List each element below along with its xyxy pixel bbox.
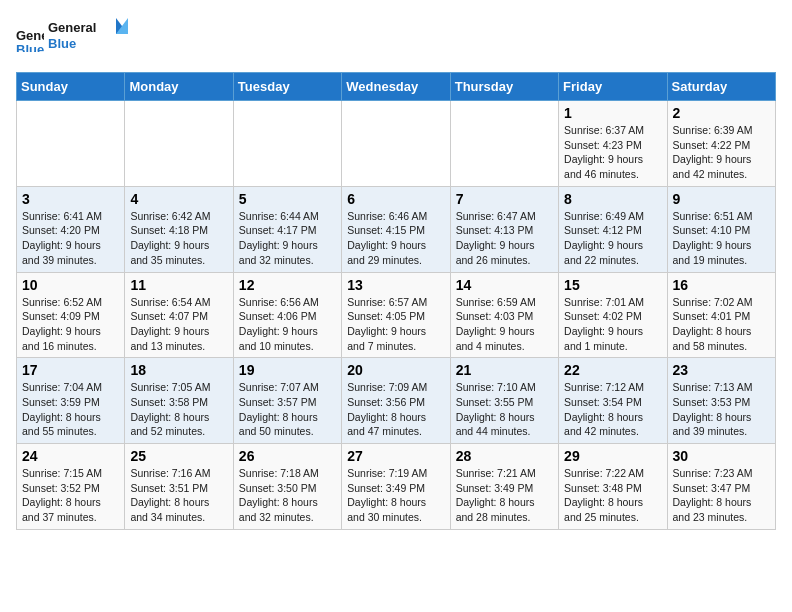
day-number: 10 xyxy=(22,277,119,293)
day-info: Sunrise: 6:39 AM Sunset: 4:22 PM Dayligh… xyxy=(673,123,770,182)
calendar-day: 20Sunrise: 7:09 AM Sunset: 3:56 PM Dayli… xyxy=(342,358,450,444)
day-number: 28 xyxy=(456,448,553,464)
calendar-day: 30Sunrise: 7:23 AM Sunset: 3:47 PM Dayli… xyxy=(667,444,775,530)
day-number: 29 xyxy=(564,448,661,464)
calendar-day xyxy=(342,101,450,187)
day-number: 13 xyxy=(347,277,444,293)
day-info: Sunrise: 6:49 AM Sunset: 4:12 PM Dayligh… xyxy=(564,209,661,268)
calendar-day xyxy=(450,101,558,187)
day-number: 20 xyxy=(347,362,444,378)
calendar-day: 23Sunrise: 7:13 AM Sunset: 3:53 PM Dayli… xyxy=(667,358,775,444)
calendar-week-3: 10Sunrise: 6:52 AM Sunset: 4:09 PM Dayli… xyxy=(17,272,776,358)
calendar-day: 19Sunrise: 7:07 AM Sunset: 3:57 PM Dayli… xyxy=(233,358,341,444)
day-number: 6 xyxy=(347,191,444,207)
calendar-day: 9Sunrise: 6:51 AM Sunset: 4:10 PM Daylig… xyxy=(667,186,775,272)
weekday-header-tuesday: Tuesday xyxy=(233,73,341,101)
calendar-day: 3Sunrise: 6:41 AM Sunset: 4:20 PM Daylig… xyxy=(17,186,125,272)
day-info: Sunrise: 6:56 AM Sunset: 4:06 PM Dayligh… xyxy=(239,295,336,354)
calendar-day: 8Sunrise: 6:49 AM Sunset: 4:12 PM Daylig… xyxy=(559,186,667,272)
day-info: Sunrise: 6:41 AM Sunset: 4:20 PM Dayligh… xyxy=(22,209,119,268)
day-number: 1 xyxy=(564,105,661,121)
day-number: 14 xyxy=(456,277,553,293)
day-info: Sunrise: 7:22 AM Sunset: 3:48 PM Dayligh… xyxy=(564,466,661,525)
day-number: 4 xyxy=(130,191,227,207)
day-number: 22 xyxy=(564,362,661,378)
day-info: Sunrise: 6:37 AM Sunset: 4:23 PM Dayligh… xyxy=(564,123,661,182)
day-info: Sunrise: 6:47 AM Sunset: 4:13 PM Dayligh… xyxy=(456,209,553,268)
day-info: Sunrise: 7:01 AM Sunset: 4:02 PM Dayligh… xyxy=(564,295,661,354)
day-info: Sunrise: 7:19 AM Sunset: 3:49 PM Dayligh… xyxy=(347,466,444,525)
day-info: Sunrise: 7:18 AM Sunset: 3:50 PM Dayligh… xyxy=(239,466,336,525)
day-info: Sunrise: 7:15 AM Sunset: 3:52 PM Dayligh… xyxy=(22,466,119,525)
calendar-day: 7Sunrise: 6:47 AM Sunset: 4:13 PM Daylig… xyxy=(450,186,558,272)
calendar-day: 12Sunrise: 6:56 AM Sunset: 4:06 PM Dayli… xyxy=(233,272,341,358)
calendar-day: 17Sunrise: 7:04 AM Sunset: 3:59 PM Dayli… xyxy=(17,358,125,444)
calendar-day: 10Sunrise: 6:52 AM Sunset: 4:09 PM Dayli… xyxy=(17,272,125,358)
calendar-day: 14Sunrise: 6:59 AM Sunset: 4:03 PM Dayli… xyxy=(450,272,558,358)
day-number: 5 xyxy=(239,191,336,207)
calendar-week-1: 1Sunrise: 6:37 AM Sunset: 4:23 PM Daylig… xyxy=(17,101,776,187)
svg-text:General: General xyxy=(48,20,96,35)
calendar-week-2: 3Sunrise: 6:41 AM Sunset: 4:20 PM Daylig… xyxy=(17,186,776,272)
day-info: Sunrise: 6:44 AM Sunset: 4:17 PM Dayligh… xyxy=(239,209,336,268)
calendar-day: 21Sunrise: 7:10 AM Sunset: 3:55 PM Dayli… xyxy=(450,358,558,444)
calendar-table: SundayMondayTuesdayWednesdayThursdayFrid… xyxy=(16,72,776,530)
calendar-day: 18Sunrise: 7:05 AM Sunset: 3:58 PM Dayli… xyxy=(125,358,233,444)
day-number: 16 xyxy=(673,277,770,293)
calendar-day: 28Sunrise: 7:21 AM Sunset: 3:49 PM Dayli… xyxy=(450,444,558,530)
calendar-day: 2Sunrise: 6:39 AM Sunset: 4:22 PM Daylig… xyxy=(667,101,775,187)
day-info: Sunrise: 6:57 AM Sunset: 4:05 PM Dayligh… xyxy=(347,295,444,354)
day-info: Sunrise: 6:46 AM Sunset: 4:15 PM Dayligh… xyxy=(347,209,444,268)
calendar-day: 1Sunrise: 6:37 AM Sunset: 4:23 PM Daylig… xyxy=(559,101,667,187)
logo: General Blue General Blue xyxy=(16,16,138,60)
calendar-week-4: 17Sunrise: 7:04 AM Sunset: 3:59 PM Dayli… xyxy=(17,358,776,444)
day-info: Sunrise: 7:02 AM Sunset: 4:01 PM Dayligh… xyxy=(673,295,770,354)
weekday-header-sunday: Sunday xyxy=(17,73,125,101)
weekday-header-friday: Friday xyxy=(559,73,667,101)
calendar-day: 15Sunrise: 7:01 AM Sunset: 4:02 PM Dayli… xyxy=(559,272,667,358)
day-info: Sunrise: 7:07 AM Sunset: 3:57 PM Dayligh… xyxy=(239,380,336,439)
day-number: 9 xyxy=(673,191,770,207)
day-info: Sunrise: 7:10 AM Sunset: 3:55 PM Dayligh… xyxy=(456,380,553,439)
calendar-day: 11Sunrise: 6:54 AM Sunset: 4:07 PM Dayli… xyxy=(125,272,233,358)
day-number: 23 xyxy=(673,362,770,378)
day-info: Sunrise: 7:13 AM Sunset: 3:53 PM Dayligh… xyxy=(673,380,770,439)
day-number: 15 xyxy=(564,277,661,293)
svg-text:Blue: Blue xyxy=(16,42,44,52)
day-info: Sunrise: 7:16 AM Sunset: 3:51 PM Dayligh… xyxy=(130,466,227,525)
weekday-header-wednesday: Wednesday xyxy=(342,73,450,101)
day-number: 24 xyxy=(22,448,119,464)
day-number: 2 xyxy=(673,105,770,121)
day-info: Sunrise: 7:23 AM Sunset: 3:47 PM Dayligh… xyxy=(673,466,770,525)
calendar-day: 29Sunrise: 7:22 AM Sunset: 3:48 PM Dayli… xyxy=(559,444,667,530)
weekday-header-saturday: Saturday xyxy=(667,73,775,101)
day-info: Sunrise: 6:54 AM Sunset: 4:07 PM Dayligh… xyxy=(130,295,227,354)
calendar-day: 24Sunrise: 7:15 AM Sunset: 3:52 PM Dayli… xyxy=(17,444,125,530)
weekday-header-thursday: Thursday xyxy=(450,73,558,101)
day-number: 18 xyxy=(130,362,227,378)
day-number: 3 xyxy=(22,191,119,207)
day-info: Sunrise: 6:51 AM Sunset: 4:10 PM Dayligh… xyxy=(673,209,770,268)
day-info: Sunrise: 7:12 AM Sunset: 3:54 PM Dayligh… xyxy=(564,380,661,439)
day-number: 30 xyxy=(673,448,770,464)
day-info: Sunrise: 6:42 AM Sunset: 4:18 PM Dayligh… xyxy=(130,209,227,268)
day-number: 25 xyxy=(130,448,227,464)
calendar-day: 13Sunrise: 6:57 AM Sunset: 4:05 PM Dayli… xyxy=(342,272,450,358)
calendar-day: 27Sunrise: 7:19 AM Sunset: 3:49 PM Dayli… xyxy=(342,444,450,530)
calendar-day: 22Sunrise: 7:12 AM Sunset: 3:54 PM Dayli… xyxy=(559,358,667,444)
day-info: Sunrise: 7:21 AM Sunset: 3:49 PM Dayligh… xyxy=(456,466,553,525)
day-number: 17 xyxy=(22,362,119,378)
calendar-day: 25Sunrise: 7:16 AM Sunset: 3:51 PM Dayli… xyxy=(125,444,233,530)
calendar-day: 26Sunrise: 7:18 AM Sunset: 3:50 PM Dayli… xyxy=(233,444,341,530)
day-info: Sunrise: 6:52 AM Sunset: 4:09 PM Dayligh… xyxy=(22,295,119,354)
day-info: Sunrise: 7:09 AM Sunset: 3:56 PM Dayligh… xyxy=(347,380,444,439)
day-number: 11 xyxy=(130,277,227,293)
weekday-header-monday: Monday xyxy=(125,73,233,101)
calendar-day: 4Sunrise: 6:42 AM Sunset: 4:18 PM Daylig… xyxy=(125,186,233,272)
calendar-week-5: 24Sunrise: 7:15 AM Sunset: 3:52 PM Dayli… xyxy=(17,444,776,530)
day-number: 8 xyxy=(564,191,661,207)
day-number: 21 xyxy=(456,362,553,378)
calendar-day: 5Sunrise: 6:44 AM Sunset: 4:17 PM Daylig… xyxy=(233,186,341,272)
calendar-day: 6Sunrise: 6:46 AM Sunset: 4:15 PM Daylig… xyxy=(342,186,450,272)
day-info: Sunrise: 6:59 AM Sunset: 4:03 PM Dayligh… xyxy=(456,295,553,354)
